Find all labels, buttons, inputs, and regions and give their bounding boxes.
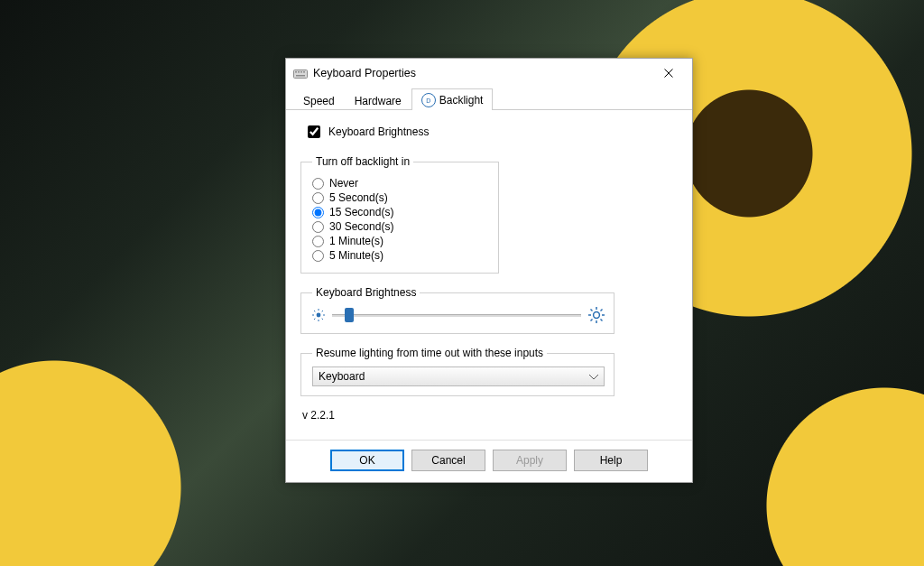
brightness-high-icon bbox=[588, 307, 605, 323]
svg-rect-4 bbox=[303, 71, 305, 73]
button-label: Help bbox=[600, 454, 623, 467]
button-label: Apply bbox=[516, 454, 543, 467]
turnoff-radio-30sec[interactable] bbox=[312, 221, 324, 233]
turnoff-label: Never bbox=[329, 177, 358, 190]
dell-icon: D bbox=[421, 93, 436, 107]
turnoff-option-5min[interactable]: 5 Minute(s) bbox=[312, 249, 489, 262]
resume-inputs-dropdown[interactable]: Keyboard bbox=[312, 367, 605, 386]
svg-line-24 bbox=[601, 310, 603, 311]
tab-content-backlight: Keyboard Brightness Turn off backlight i… bbox=[286, 110, 692, 440]
tab-speed[interactable]: Speed bbox=[293, 90, 345, 110]
turnoff-radio-5sec[interactable] bbox=[312, 192, 324, 204]
svg-rect-1 bbox=[295, 71, 297, 73]
keyboard-properties-window: Keyboard Properties Speed Hardware D Bac… bbox=[285, 58, 693, 483]
svg-point-17 bbox=[594, 312, 600, 319]
svg-point-8 bbox=[317, 313, 321, 318]
desktop-wallpaper: Keyboard Properties Speed Hardware D Bac… bbox=[0, 0, 924, 566]
turnoff-radio-1min[interactable] bbox=[312, 236, 324, 247]
turnoff-option-5sec[interactable]: 5 Second(s) bbox=[312, 191, 489, 204]
keyboard-brightness-checkbox-label: Keyboard Brightness bbox=[328, 125, 429, 138]
svg-rect-3 bbox=[300, 71, 302, 73]
resume-inputs-value: Keyboard bbox=[319, 370, 365, 383]
tab-hardware[interactable]: Hardware bbox=[345, 90, 411, 110]
turnoff-option-30sec[interactable]: 30 Second(s) bbox=[312, 220, 489, 233]
svg-rect-0 bbox=[294, 70, 308, 79]
tab-label: Backlight bbox=[439, 94, 484, 107]
close-icon bbox=[664, 69, 673, 78]
turnoff-option-1min[interactable]: 1 Minute(s) bbox=[312, 235, 489, 247]
keyboard-brightness-checkbox[interactable] bbox=[308, 125, 320, 138]
turnoff-label: 15 Second(s) bbox=[329, 206, 393, 218]
resume-lighting-group: Resume lighting from time out with these… bbox=[300, 347, 614, 396]
help-button[interactable]: Help bbox=[574, 450, 648, 471]
turnoff-radio-15sec[interactable] bbox=[312, 207, 324, 218]
turnoff-option-never[interactable]: Never bbox=[312, 177, 489, 190]
slider-thumb[interactable] bbox=[345, 308, 354, 322]
dialog-footer: OK Cancel Apply Help bbox=[286, 440, 692, 482]
svg-line-14 bbox=[322, 319, 323, 320]
turnoff-radio-5min[interactable] bbox=[312, 250, 324, 262]
svg-line-22 bbox=[591, 310, 593, 311]
turnoff-radio-never[interactable] bbox=[312, 178, 324, 190]
turnoff-label: 1 Minute(s) bbox=[329, 235, 383, 247]
tab-label: Speed bbox=[303, 95, 335, 107]
apply-button[interactable]: Apply bbox=[493, 450, 567, 471]
ok-button[interactable]: OK bbox=[330, 450, 404, 471]
tab-bar: Speed Hardware D Backlight bbox=[286, 88, 692, 110]
cancel-button[interactable]: Cancel bbox=[411, 450, 485, 471]
keyboard-icon bbox=[293, 69, 308, 78]
turnoff-label: 30 Second(s) bbox=[329, 220, 393, 233]
svg-line-15 bbox=[322, 311, 323, 311]
turnoff-label: 5 Minute(s) bbox=[329, 249, 383, 262]
close-button[interactable] bbox=[651, 60, 687, 86]
button-label: OK bbox=[359, 454, 374, 467]
svg-line-23 bbox=[601, 320, 603, 321]
turnoff-label: 5 Second(s) bbox=[329, 191, 388, 204]
resume-lighting-legend: Resume lighting from time out with these… bbox=[312, 347, 547, 359]
tab-label: Hardware bbox=[355, 95, 402, 107]
svg-rect-5 bbox=[296, 75, 305, 77]
keyboard-brightness-legend: Keyboard Brightness bbox=[312, 286, 420, 299]
keyboard-brightness-checkbox-row[interactable]: Keyboard Brightness bbox=[304, 123, 678, 141]
svg-line-13 bbox=[314, 311, 315, 311]
button-label: Cancel bbox=[431, 454, 465, 467]
slider-track bbox=[332, 314, 581, 318]
turnoff-option-15sec[interactable]: 15 Second(s) bbox=[312, 206, 489, 218]
svg-line-25 bbox=[591, 320, 593, 321]
window-title: Keyboard Properties bbox=[313, 67, 651, 79]
tab-backlight[interactable]: D Backlight bbox=[411, 88, 494, 110]
brightness-low-icon bbox=[312, 309, 325, 321]
brightness-slider[interactable] bbox=[332, 306, 581, 324]
titlebar[interactable]: Keyboard Properties bbox=[286, 59, 692, 88]
version-label: v 2.2.1 bbox=[302, 409, 678, 422]
svg-rect-2 bbox=[298, 71, 300, 73]
keyboard-brightness-group: Keyboard Brightness bbox=[300, 286, 614, 334]
turn-off-backlight-legend: Turn off backlight in bbox=[312, 155, 413, 168]
svg-line-16 bbox=[314, 319, 315, 320]
turn-off-backlight-group: Turn off backlight in Never 5 Second(s) … bbox=[300, 155, 499, 274]
chevron-down-icon bbox=[589, 370, 598, 383]
